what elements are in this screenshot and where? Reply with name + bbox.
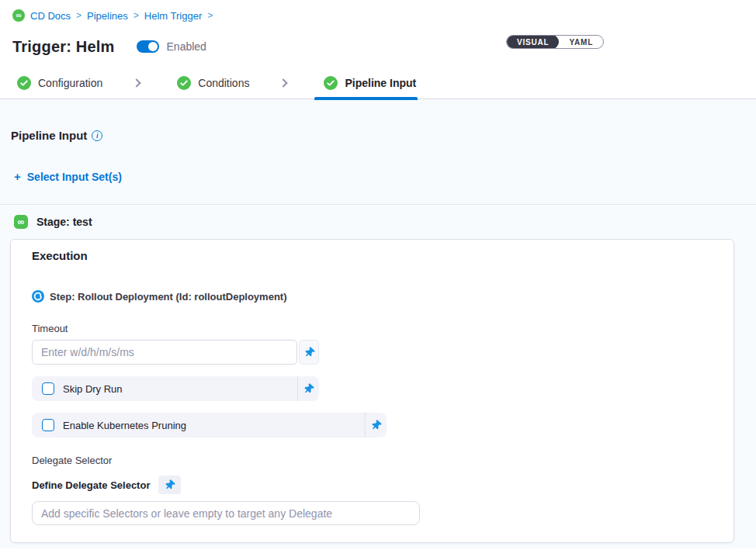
breadcrumb-separator: > — [207, 10, 213, 21]
select-input-sets-label: Select Input Set(s) — [27, 171, 122, 183]
define-delegate-label: Define Delegate Selector — [32, 479, 150, 491]
timeout-label: Timeout — [32, 323, 713, 334]
timeout-input[interactable] — [32, 340, 297, 365]
visual-yaml-switch: VISUAL YAML — [506, 35, 604, 49]
info-icon[interactable]: i — [92, 130, 102, 141]
breadcrumb-link-helm-trigger[interactable]: Helm Trigger — [144, 10, 202, 22]
tab-configuration[interactable]: Configuration — [17, 67, 102, 99]
select-input-sets-link[interactable]: + Select Input Set(s) — [14, 170, 756, 183]
pin-icon — [371, 420, 381, 431]
yaml-mode-button[interactable]: YAML — [559, 35, 603, 49]
step-row: Step: Rollout Deployment (Id: rolloutDep… — [32, 290, 713, 303]
visual-mode-button[interactable]: VISUAL — [507, 35, 559, 49]
delegate-selectors-input[interactable] — [32, 501, 420, 525]
runtime-input-pin-button[interactable] — [158, 476, 181, 494]
plus-icon: + — [14, 170, 21, 183]
breadcrumb-separator: > — [134, 10, 139, 21]
enable-kubernetes-pruning-label: Enable Kubernetes Pruning — [63, 420, 365, 431]
execution-title: Execution — [32, 249, 713, 262]
define-delegate-row: Define Delegate Selector — [32, 476, 713, 494]
breadcrumb-link-cd-docs[interactable]: CD Docs — [30, 10, 71, 22]
page-header: ∞ CD Docs > Pipelines > Helm Trigger > T… — [0, 0, 756, 60]
pipeline-input-panel: Pipeline Input i + Select Input Set(s) ∞… — [0, 99, 756, 548]
cd-stage-icon: ∞ — [14, 215, 28, 229]
section-title: Pipeline Input — [11, 129, 87, 142]
pin-icon — [303, 384, 314, 394]
breadcrumb-link-pipelines[interactable]: Pipelines — [87, 10, 128, 22]
stage-row: ∞ Stage: test — [0, 205, 756, 239]
check-circle-icon — [177, 76, 191, 90]
stage-label: Stage: test — [36, 216, 92, 228]
tab-pipeline-input[interactable]: Pipeline Input — [324, 67, 416, 99]
section-head: Pipeline Input i — [0, 99, 756, 142]
toggle-knob — [148, 42, 158, 51]
page-title: Trigger: Helm — [12, 38, 115, 56]
timeout-field-group — [32, 340, 713, 365]
runtime-input-pin-button[interactable] — [297, 376, 319, 401]
title-row: Trigger: Helm Enabled — [12, 33, 744, 60]
tab-conditions[interactable]: Conditions — [177, 67, 249, 99]
enable-kubernetes-pruning-row: Enable Kubernetes Pruning — [32, 413, 387, 438]
pin-icon — [304, 348, 314, 358]
breadcrumb: ∞ CD Docs > Pipelines > Helm Trigger > — [12, 8, 744, 23]
skip-dry-run-row: Skip Dry Run — [32, 376, 319, 401]
chevron-right-icon — [133, 78, 141, 87]
runtime-input-pin-button[interactable] — [299, 340, 319, 365]
enabled-toggle-label: Enabled — [167, 40, 206, 53]
tab-label: Configuration — [38, 77, 102, 89]
wizard-tabbar: Configuration Conditions Pipeline Input — [0, 67, 756, 99]
check-circle-icon — [17, 76, 31, 90]
breadcrumb-separator: > — [76, 10, 81, 21]
execution-card: Execution Step: Rollout Deployment (Id: … — [10, 239, 734, 543]
pin-icon — [165, 480, 175, 490]
enable-kubernetes-pruning-checkbox[interactable] — [42, 419, 54, 431]
step-label: Step: Rollout Deployment (Id: rolloutDep… — [50, 291, 287, 303]
check-circle-icon — [324, 76, 338, 90]
rollout-step-icon — [32, 290, 44, 303]
tab-label: Conditions — [198, 77, 249, 89]
harness-cd-logo-icon: ∞ — [12, 9, 25, 22]
chevron-right-icon — [279, 78, 288, 87]
tab-label: Pipeline Input — [345, 77, 416, 89]
runtime-input-pin-button[interactable] — [365, 413, 387, 438]
delegate-selector-label: Delegate Selector — [32, 455, 713, 466]
skip-dry-run-checkbox[interactable] — [42, 382, 54, 395]
enabled-toggle[interactable] — [137, 40, 159, 53]
skip-dry-run-label: Skip Dry Run — [63, 383, 297, 395]
